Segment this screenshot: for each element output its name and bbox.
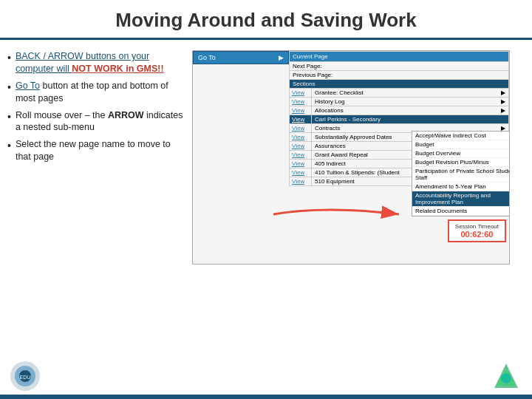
bullet-item-3: • Roll mouse over – the ARROW indicates … [7, 109, 185, 134]
right-panel: Current Page Next Page: Previous Page: S… [192, 50, 525, 396]
bullet-item-1: • BACK / ARROW buttons on your computer … [7, 50, 185, 75]
submenu-item-2[interactable]: Budget [412, 140, 510, 149]
logo-right [490, 360, 523, 393]
page-title: Moving Around and Saving Work [0, 0, 532, 40]
nested-submenu: Accept/Waive Indirect Cost Budget Budget… [412, 131, 510, 216]
bullet-text-3: Roll mouse over – the ARROW indicates a … [16, 109, 185, 134]
bullet1-part2: NOT WORK in GMS!! [72, 64, 163, 74]
logo-left: EDU [9, 360, 42, 393]
session-timeout-box: Session Timeout 00:62:60 [448, 219, 506, 242]
submenu-item-3[interactable]: Budget Overview [412, 149, 510, 158]
submenu-item-6[interactable]: Amendment to 5-Year Plan [412, 183, 510, 191]
svg-text:EDU: EDU [20, 375, 31, 380]
goto-arrow-icon: ▶ [279, 54, 284, 61]
bullet-item-4: • Select the new page name to move to th… [7, 138, 185, 163]
session-timeout-time: 00:62:60 [455, 230, 499, 239]
bullet-dot-2: • [7, 81, 11, 95]
submenu-item-8[interactable]: Related Documents [412, 207, 510, 216]
submenu-item-4[interactable]: Budget Revision Plus/Minus [412, 158, 510, 167]
bullet-dot-3: • [7, 110, 11, 124]
bullet2-goto: Go To [16, 81, 40, 91]
bullet-dot-1: • [7, 51, 11, 65]
submenu-item-7[interactable]: Accountability Reporting and Improvement… [412, 191, 510, 207]
bullet-text-4: Select the new page name to move to that… [16, 138, 185, 163]
bullet-item-2: • Go To button at the top and bottom of … [7, 80, 185, 105]
bullet-text-1: BACK / ARROW buttons on your computer wi… [16, 50, 185, 75]
goto-button[interactable]: Go To ▶ [193, 51, 289, 64]
gms-screenshot-container: Current Page Next Page: Previous Page: S… [192, 50, 510, 265]
blue-bottom-bar [0, 395, 532, 399]
submenu-item-1[interactable]: Accept/Waive Indirect Cost [412, 132, 510, 140]
session-timeout-label: Session Timeout [455, 223, 499, 230]
submenu-item-5[interactable]: Participation of Private School Students… [412, 167, 510, 183]
goto-label: Go To [198, 54, 216, 61]
left-panel: • BACK / ARROW buttons on your computer … [7, 50, 185, 396]
svg-point-5 [501, 373, 511, 383]
bullet-dot-4: • [7, 139, 11, 153]
bullet-text-2: Go To button at the top and bottom of mo… [16, 80, 185, 105]
